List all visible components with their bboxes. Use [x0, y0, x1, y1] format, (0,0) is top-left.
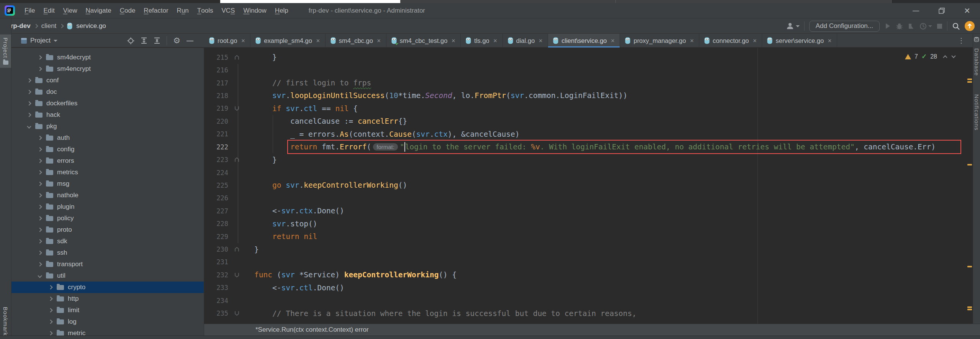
tree-item-dockerfiles[interactable]: dockerfiles: [11, 98, 204, 109]
close-icon[interactable]: ✕: [690, 38, 694, 44]
editor-tab-tls-go[interactable]: tls.go✕: [461, 34, 502, 47]
chevron-right-icon[interactable]: [38, 193, 42, 197]
menu-navigate[interactable]: Navigate: [82, 3, 116, 18]
warning-stripe-mark[interactable]: [967, 309, 972, 310]
tree-item-auth[interactable]: auth: [11, 132, 204, 144]
tree-item-metrics[interactable]: metrics: [11, 167, 204, 178]
tree-item-sdk[interactable]: sdk: [11, 236, 204, 247]
warning-stripe-mark[interactable]: [967, 81, 972, 83]
chevron-right-icon[interactable]: [27, 101, 31, 105]
editor-tab-sm4-cbc-go[interactable]: sm4_cbc.go✕: [326, 34, 386, 47]
close-button[interactable]: ✕: [954, 3, 980, 18]
close-icon[interactable]: ✕: [611, 38, 615, 44]
run-button[interactable]: [884, 23, 891, 29]
chevron-right-icon[interactable]: [38, 239, 42, 243]
chevron-right-icon[interactable]: [38, 147, 42, 151]
chevron-down-icon[interactable]: [54, 40, 57, 42]
tab-overflow-menu[interactable]: ⋮: [958, 36, 965, 45]
close-icon[interactable]: ✕: [538, 38, 543, 44]
chevron-right-icon[interactable]: [38, 182, 42, 186]
breadcrumb-file[interactable]: service.go: [76, 22, 106, 30]
close-icon[interactable]: ✕: [451, 38, 455, 44]
chevron-right-icon[interactable]: [27, 90, 31, 94]
chevron-right-icon[interactable]: [48, 331, 52, 335]
chevron-right-icon[interactable]: [38, 170, 42, 174]
chevron-right-icon[interactable]: [48, 319, 52, 324]
tree-item-crypto[interactable]: crypto: [11, 282, 204, 293]
code-editor[interactable]: 215 }216217 // first login to frps218 sv…: [205, 48, 967, 324]
editor-tab-dial-go[interactable]: dial.go✕: [503, 34, 548, 47]
editor-tab-proxy-manager-go[interactable]: proxy_manager.go✕: [620, 34, 699, 47]
menu-file[interactable]: File: [20, 3, 39, 18]
tool-button-project[interactable]: Project: [0, 34, 11, 68]
tree-item-proto[interactable]: proto: [11, 224, 204, 236]
warning-stripe-mark[interactable]: [967, 79, 972, 80]
tree-item-config[interactable]: config: [11, 144, 204, 155]
chevron-down-icon[interactable]: [27, 124, 31, 128]
add-configuration-button[interactable]: Add Configuration...: [809, 21, 880, 32]
chevron-right-icon[interactable]: [38, 136, 42, 140]
tree-item-nathole[interactable]: nathole: [11, 190, 204, 201]
menu-refactor[interactable]: Refactor: [139, 3, 172, 18]
tree-item-metric[interactable]: metric: [11, 328, 204, 336]
tree-item-doc[interactable]: doc: [11, 86, 204, 98]
close-icon[interactable]: ✕: [377, 38, 381, 44]
close-icon[interactable]: ✕: [316, 38, 320, 44]
close-icon[interactable]: ✕: [753, 38, 757, 44]
minimize-button[interactable]: —: [903, 3, 929, 18]
warning-stripe-mark[interactable]: [967, 164, 972, 165]
chevron-right-icon[interactable]: [38, 228, 42, 232]
tree-item-policy[interactable]: policy: [11, 213, 204, 224]
previous-problem-icon[interactable]: [943, 55, 947, 59]
chevron-right-icon[interactable]: [38, 262, 42, 266]
restore-button[interactable]: [929, 3, 954, 18]
tool-button-notifications[interactable]: Notifications: [973, 91, 980, 134]
user-account-button[interactable]: [786, 22, 800, 30]
tree-item-limit[interactable]: limit: [11, 305, 204, 316]
breadcrumb-project[interactable]: frp-dev: [8, 22, 31, 30]
menu-view[interactable]: View: [59, 3, 82, 18]
breadcrumb-dir[interactable]: client: [41, 22, 57, 30]
chevron-right-icon[interactable]: [38, 55, 42, 59]
fold-marker-icon[interactable]: [234, 247, 239, 252]
locate-file-button[interactable]: [127, 37, 134, 44]
next-problem-icon[interactable]: [951, 54, 955, 58]
fold-marker-icon[interactable]: [234, 311, 239, 316]
search-everywhere-button[interactable]: [952, 22, 960, 30]
close-icon[interactable]: ✕: [241, 38, 245, 44]
inspections-widget[interactable]: 7 ✓ 28: [905, 52, 955, 61]
menu-run[interactable]: Run: [173, 3, 193, 18]
tree-item-log[interactable]: log: [11, 316, 204, 328]
hide-panel-button[interactable]: —: [187, 37, 193, 45]
editor-tab-root-go[interactable]: root.go✕: [204, 34, 250, 47]
update-available-badge[interactable]: [965, 21, 975, 31]
close-icon[interactable]: ✕: [828, 38, 832, 44]
stop-button[interactable]: [937, 23, 942, 29]
warning-stripe-mark[interactable]: [967, 266, 972, 267]
close-icon[interactable]: ✕: [493, 38, 497, 44]
tree-item-ssh[interactable]: ssh: [11, 247, 204, 259]
tree-item-transport[interactable]: transport: [11, 259, 204, 270]
tree-item-util[interactable]: util: [11, 270, 204, 282]
menu-tools[interactable]: Tools: [193, 3, 218, 18]
tool-button-bookmarks[interactable]: Bookmarks: [0, 304, 11, 339]
menu-window[interactable]: Window: [239, 3, 270, 18]
editor-tab-example-sm4-go[interactable]: example_sm4.go✕: [250, 34, 326, 47]
editor-tab-server-service-go[interactable]: server\service.go✕: [762, 34, 837, 47]
tree-item-pkg[interactable]: pkg: [11, 121, 204, 132]
chevron-right-icon[interactable]: [48, 308, 52, 312]
chevron-right-icon[interactable]: [48, 296, 52, 301]
tree-item-msg[interactable]: msg: [11, 178, 204, 190]
tree-item-http[interactable]: http: [11, 293, 204, 305]
fold-marker-icon[interactable]: [234, 157, 239, 162]
menu-vcs[interactable]: VCS: [217, 3, 239, 18]
expand-all-button[interactable]: [141, 37, 147, 44]
tree-item-sm4encrypt[interactable]: sm4encrypt: [11, 63, 204, 75]
editor-tab-client-service-go[interactable]: client\service.go✕: [548, 34, 620, 47]
chevron-right-icon[interactable]: [48, 285, 52, 289]
fold-marker-icon[interactable]: [234, 106, 239, 111]
menu-edit[interactable]: Edit: [39, 3, 59, 18]
editor-error-stripe[interactable]: [967, 48, 973, 324]
chevron-down-icon[interactable]: [38, 273, 42, 278]
tree-item-plugin[interactable]: plugin: [11, 201, 204, 213]
